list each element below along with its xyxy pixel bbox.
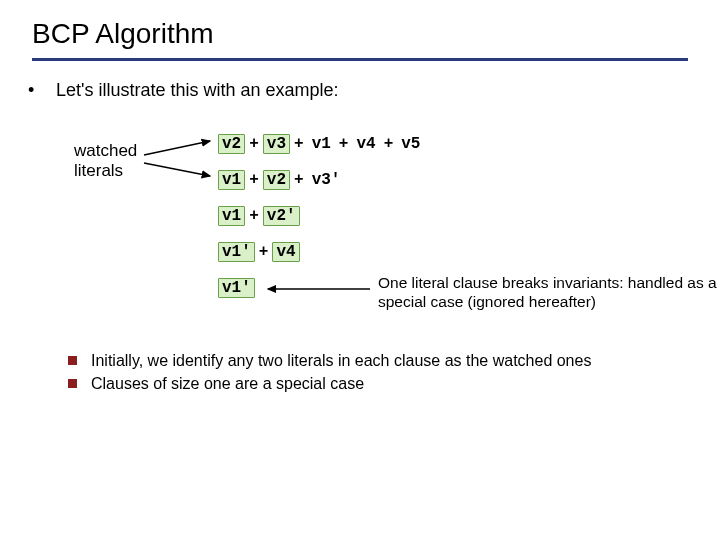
clause-4: v1' + v4 xyxy=(218,237,424,267)
intro-text: Let's illustrate this with an example: xyxy=(56,79,339,101)
lit-watched: v1' xyxy=(218,242,255,262)
footnote-2: Clauses of size one are a special case xyxy=(68,374,692,393)
annotation-text: One literal clause breaks invariants: ha… xyxy=(378,273,718,311)
lit-watched: v2 xyxy=(218,134,245,154)
lit: v5 xyxy=(397,134,424,154)
intro-bullet: • Let's illustrate this with an example: xyxy=(28,79,692,101)
plus-op: + xyxy=(380,135,398,153)
watched-line2: literals xyxy=(74,161,123,180)
footnote-text: Clauses of size one are a special case xyxy=(91,374,364,393)
watched-literals-label: watched literals xyxy=(74,141,137,181)
lit-watched: v4 xyxy=(272,242,299,262)
lit: v1 xyxy=(308,134,335,154)
slide-title: BCP Algorithm xyxy=(0,0,720,58)
bullet-marker: • xyxy=(28,79,56,101)
plus-op: + xyxy=(245,135,263,153)
clause-1: v2 + v3 + v1 + v4 + v5 xyxy=(218,129,424,159)
square-bullet-icon xyxy=(68,379,77,388)
footnote-1: Initially, we identify any two literals … xyxy=(68,351,692,370)
lit-watched: v1 xyxy=(218,206,245,226)
lit-watched: v2 xyxy=(263,170,290,190)
footnote-text: Initially, we identify any two literals … xyxy=(91,351,591,370)
svg-line-0 xyxy=(144,141,210,155)
clause-2: v1 + v2 + v3' xyxy=(218,165,424,195)
lit-watched: v1' xyxy=(218,278,255,298)
slide-content: • Let's illustrate this with an example:… xyxy=(0,61,720,393)
watched-line1: watched xyxy=(74,141,137,160)
square-bullet-icon xyxy=(68,356,77,365)
plus-op: + xyxy=(290,135,308,153)
lit: v3' xyxy=(308,170,345,190)
plus-op: + xyxy=(245,207,263,225)
lit-watched: v3 xyxy=(263,134,290,154)
lit-watched: v1 xyxy=(218,170,245,190)
plus-op: + xyxy=(335,135,353,153)
svg-line-1 xyxy=(144,163,210,176)
diagram: watched literals v2 + v3 + v1 + v4 + xyxy=(38,129,692,339)
lit-watched: v2' xyxy=(263,206,300,226)
footnotes: Initially, we identify any two literals … xyxy=(28,351,692,393)
lit: v4 xyxy=(352,134,379,154)
plus-op: + xyxy=(255,243,273,261)
clause-3: v1 + v2' xyxy=(218,201,424,231)
plus-op: + xyxy=(290,171,308,189)
plus-op: + xyxy=(245,171,263,189)
